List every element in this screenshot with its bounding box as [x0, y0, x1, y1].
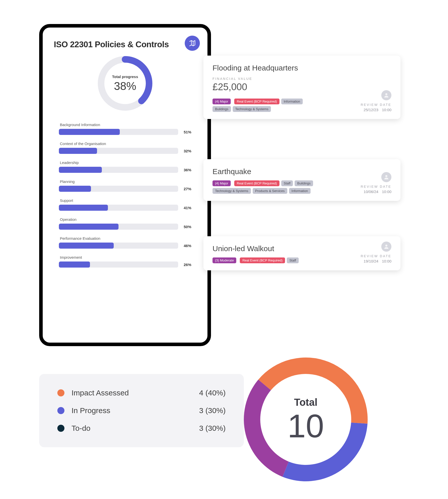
- progress-bar-item: Planning27%: [59, 179, 191, 192]
- bar-percent: 26%: [181, 263, 191, 267]
- bar-fill: [59, 186, 91, 192]
- incident-card[interactable]: Flooding at HeadquartersFINANCIAL VALUE£…: [203, 56, 400, 119]
- tag-list: (3) ModerateReal Event (BCP Required)Sta…: [213, 257, 319, 263]
- legend-row: Impact Assessed4 (40%): [57, 389, 226, 397]
- svg-point-4: [385, 93, 387, 95]
- bar-percent: 46%: [181, 244, 191, 248]
- bar-label: Leadership: [59, 160, 191, 165]
- category-tag: Information: [289, 188, 311, 194]
- incident-title: Flooding at Headquarters: [213, 64, 391, 72]
- bar-percent: 50%: [181, 225, 191, 229]
- progress-bar-item: Context of the Organisation32%: [59, 141, 191, 154]
- legend-dot-icon: [57, 389, 64, 396]
- bar-track: [59, 148, 178, 154]
- bar-label: Performance Evaluation: [59, 236, 191, 241]
- legend-dot-icon: [57, 425, 64, 432]
- category-tag: Buildings: [213, 106, 231, 112]
- progress-bar-item: Operation50%: [59, 217, 191, 230]
- progress-percent: 38%: [114, 80, 136, 92]
- progress-label: Total progress: [112, 75, 138, 79]
- category-tag: Buildings: [295, 180, 313, 186]
- bar-label: Context of the Organisation: [59, 141, 191, 146]
- legend-value: 3 (30%): [199, 424, 226, 433]
- page-title: ISO 22301 Policies & Controls: [54, 40, 196, 49]
- avatar-icon: [381, 90, 391, 100]
- legend-panel: Impact Assessed4 (40%)In Progress3 (30%)…: [39, 374, 244, 447]
- bar-track: [59, 262, 178, 268]
- total-donut-chart: Total 10: [240, 354, 371, 485]
- legend-dot-icon: [57, 407, 64, 414]
- bar-label: Improvement: [59, 255, 191, 259]
- legend-row: To-do3 (30%): [57, 424, 226, 433]
- svg-point-5: [385, 175, 387, 177]
- review-date: 10/06/24: [364, 189, 378, 194]
- review-time: 10:00: [382, 259, 391, 263]
- bar-track: [59, 243, 178, 249]
- policies-panel: ISO 22301 Policies & Controls Total prog…: [39, 24, 211, 346]
- bar-fill: [59, 262, 90, 268]
- category-tag: Products & Services: [253, 188, 287, 194]
- legend-label: To-do: [72, 424, 192, 433]
- incident-card[interactable]: Union-led Walkout(3) ModerateReal Event …: [203, 236, 400, 270]
- avatar-icon: [381, 242, 391, 252]
- legend-value: 3 (30%): [199, 406, 226, 415]
- total-value: 10: [288, 410, 324, 442]
- progress-bar-item: Support41%: [59, 198, 191, 211]
- financial-label: FINANCIAL VALUE: [213, 77, 391, 81]
- bar-track: [59, 186, 178, 192]
- progress-donut: Total progress 38%: [54, 54, 196, 112]
- category-tag: Information: [281, 99, 303, 104]
- bar-fill: [59, 205, 108, 211]
- bar-percent: 32%: [181, 149, 191, 153]
- event-type-tag: Real Event (BCP Required): [234, 180, 279, 186]
- legend-value: 4 (40%): [199, 389, 226, 397]
- total-label: Total: [294, 397, 318, 408]
- progress-bar-item: Performance Evaluation46%: [59, 236, 191, 249]
- bar-label: Background Information: [59, 123, 191, 127]
- bar-fill: [59, 129, 120, 135]
- bar-fill: [59, 243, 114, 249]
- bar-fill: [59, 167, 102, 173]
- severity-tag: (4) Major: [213, 99, 231, 104]
- progress-bars: Background Information51%Context of the …: [54, 123, 196, 268]
- review-date: 25/12/23: [364, 108, 378, 112]
- progress-bar-item: Background Information51%: [59, 123, 191, 135]
- bar-percent: 51%: [181, 130, 191, 134]
- bar-track: [59, 167, 178, 173]
- legend-row: In Progress3 (30%): [57, 406, 226, 415]
- tag-list: (4) MajorReal Event (BCP Required)StaffB…: [213, 180, 319, 194]
- review-time: 10:00: [382, 189, 391, 194]
- bar-track: [59, 129, 178, 135]
- category-tag: Technology & Systems: [233, 106, 271, 112]
- incident-card[interactable]: Earthquake(4) MajorReal Event (BCP Requi…: [203, 159, 400, 201]
- map-icon[interactable]: [185, 36, 200, 51]
- category-tag: Staff: [287, 257, 299, 263]
- progress-bar-item: Improvement26%: [59, 255, 191, 268]
- bar-track: [59, 224, 178, 230]
- bar-track: [59, 205, 178, 211]
- legend-label: Impact Assessed: [72, 389, 192, 397]
- category-tag: Staff: [281, 180, 293, 186]
- severity-tag: (3) Moderate: [213, 257, 236, 263]
- svg-point-6: [385, 245, 387, 247]
- tag-list: (4) MajorReal Event (BCP Required)Inform…: [213, 99, 319, 112]
- review-date: 19/10/24: [364, 259, 378, 263]
- review-date-label: REVIEW DATE: [361, 185, 391, 188]
- bar-percent: 27%: [181, 187, 191, 191]
- severity-tag: (4) Major: [213, 180, 231, 186]
- event-type-tag: Real Event (BCP Required): [240, 257, 285, 263]
- bar-label: Support: [59, 198, 191, 203]
- bar-percent: 41%: [181, 206, 191, 210]
- bar-fill: [59, 224, 119, 230]
- legend-label: In Progress: [72, 406, 192, 415]
- review-time: 10:00: [382, 108, 391, 112]
- bar-fill: [59, 148, 97, 154]
- review-date-label: REVIEW DATE: [361, 103, 391, 107]
- bar-label: Planning: [59, 179, 191, 184]
- bar-percent: 36%: [181, 168, 191, 172]
- category-tag: Technology & Systems: [213, 188, 251, 194]
- avatar-icon: [381, 172, 391, 182]
- bar-label: Operation: [59, 217, 191, 222]
- event-type-tag: Real Event (BCP Required): [234, 99, 279, 104]
- progress-bar-item: Leadership36%: [59, 160, 191, 173]
